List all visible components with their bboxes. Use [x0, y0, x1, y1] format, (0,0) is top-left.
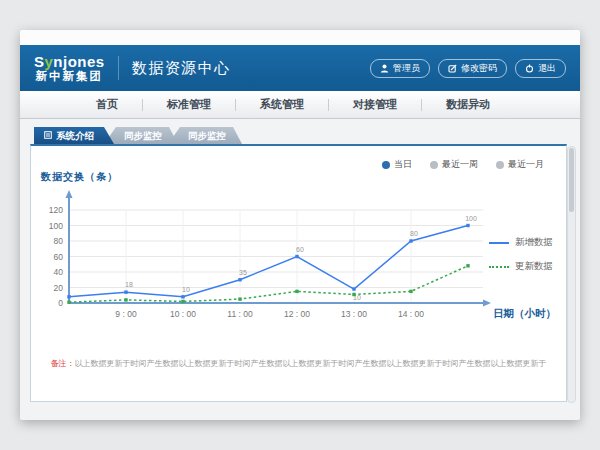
main-nav: 首页 标准管理 系统管理 对接管理 数据异动 [20, 91, 580, 119]
svg-text:100: 100 [49, 221, 63, 231]
legend-item-new-data: 新增数据 [489, 236, 553, 249]
content-area: 系统介绍 同步监控 同步监控 当日 最近一周 [20, 119, 580, 420]
legend-item-update-data: 更新数据 [489, 260, 553, 273]
svg-text:100: 100 [465, 215, 477, 222]
list-icon [44, 127, 52, 144]
svg-text:9 : 00: 9 : 00 [115, 309, 137, 319]
admin-user-button[interactable]: 管理员 [370, 59, 430, 78]
svg-text:60: 60 [54, 252, 64, 262]
window-top-strip [20, 30, 580, 45]
change-password-button[interactable]: 修改密码 [438, 59, 507, 78]
page-title: 数据资源中心 [132, 59, 231, 78]
nav-item-data-change[interactable]: 数据异动 [422, 97, 514, 112]
logo-en: Synjones [34, 54, 105, 69]
svg-text:35: 35 [239, 269, 247, 276]
chart-panel: 当日 最近一周 最近一月 数据交换（条） 0204060801001209 : … [30, 144, 567, 402]
svg-text:10: 10 [182, 286, 190, 293]
green-dotted-line-icon [489, 266, 509, 268]
footnote-text: 以上数据更新于时间产生数据以上数据更新于时间产生数据以上数据更新于时间产生数据以… [75, 359, 547, 368]
footnote-prefix: 备注： [51, 359, 75, 368]
svg-text:18: 18 [125, 281, 133, 288]
svg-text:120: 120 [49, 205, 63, 215]
radio-today[interactable]: 当日 [382, 158, 412, 171]
nav-item-standard-mgmt[interactable]: 标准管理 [143, 97, 235, 112]
company-logo: Synjones 新中新集团 [34, 54, 105, 83]
nav-item-system-mgmt[interactable]: 系统管理 [236, 97, 328, 112]
main-window: Synjones 新中新集团 数据资源中心 管理员 修改密码 退出 首页 标准管… [20, 30, 580, 420]
tab-bar: 系统介绍 同步监控 同步监控 [34, 127, 242, 144]
footnote: 备注：以上数据更新于时间产生数据以上数据更新于时间产生数据以上数据更新于时间产生… [31, 358, 566, 369]
radio-last-week[interactable]: 最近一周 [430, 158, 478, 171]
svg-text:80: 80 [54, 236, 64, 246]
app-header: Synjones 新中新集团 数据资源中心 管理员 修改密码 退出 [20, 45, 580, 91]
nav-item-integration-mgmt[interactable]: 对接管理 [329, 97, 421, 112]
logout-button[interactable]: 退出 [515, 59, 566, 78]
user-icon [380, 64, 389, 73]
svg-text:11 : 00: 11 : 00 [227, 309, 253, 319]
svg-text:10 : 00: 10 : 00 [170, 309, 196, 319]
tab-sync-monitor-2[interactable]: 同步监控 [168, 127, 242, 144]
svg-text:20: 20 [54, 283, 64, 293]
edit-icon [448, 64, 457, 73]
range-filter-group: 当日 最近一周 最近一月 [382, 158, 544, 171]
radio-dot [382, 161, 390, 169]
svg-text:0: 0 [58, 298, 63, 308]
svg-text:13 : 00: 13 : 00 [341, 309, 367, 319]
radio-dot [496, 161, 504, 169]
radio-dot [430, 161, 438, 169]
chart-legend: 新增数据 更新数据 [489, 236, 553, 284]
radio-last-month[interactable]: 最近一月 [496, 158, 544, 171]
svg-text:14 : 00: 14 : 00 [398, 309, 424, 319]
svg-text:12 : 00: 12 : 00 [284, 309, 310, 319]
power-icon [525, 64, 534, 73]
svg-text:40: 40 [54, 267, 64, 277]
svg-text:60: 60 [296, 246, 304, 253]
header-divider [118, 56, 119, 80]
tab-sync-monitor-1[interactable]: 同步监控 [104, 127, 178, 144]
nav-item-home[interactable]: 首页 [72, 97, 142, 112]
user-toolbar: 管理员 修改密码 退出 [370, 59, 566, 78]
svg-text:日期（小时）: 日期（小时） [493, 307, 556, 320]
logo-cn: 新中新集团 [34, 71, 105, 83]
y-axis-title: 数据交换（条） [41, 170, 118, 184]
tab-system-intro[interactable]: 系统介绍 [34, 127, 114, 144]
vertical-scrollbar[interactable] [567, 146, 576, 403]
svg-text:80: 80 [410, 230, 418, 237]
scrollbar-thumb[interactable] [569, 148, 574, 212]
blue-line-icon [489, 242, 509, 244]
